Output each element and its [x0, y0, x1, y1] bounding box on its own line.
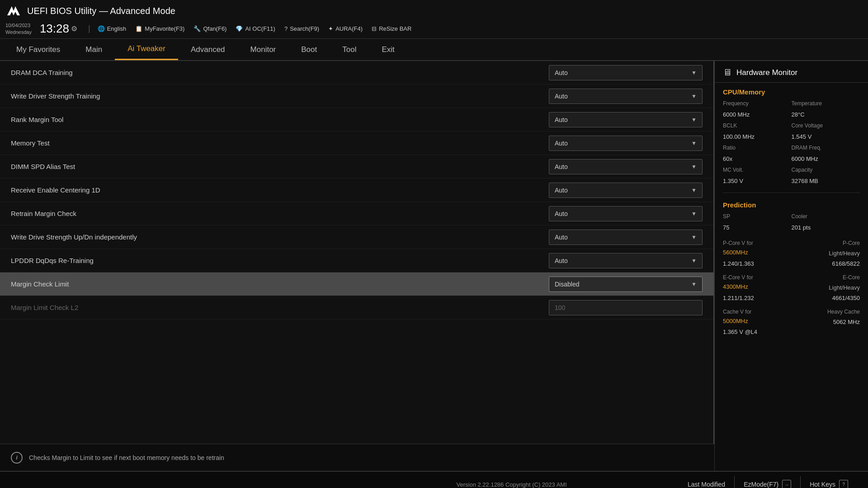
hardware-monitor-panel: 🖥 Hardware Monitor CPU/Memory Frequency …	[714, 61, 868, 471]
receive-enable-centering-control[interactable]: Auto ▼	[549, 183, 703, 198]
rank-margin-tool-control[interactable]: Auto ▼	[549, 112, 703, 127]
info-icon: i	[11, 452, 23, 464]
ecore-block: E-Core V for E-Core 4300MHz Light/Heavy …	[715, 271, 868, 305]
lpddr-dqdqs-value: Auto	[555, 257, 568, 264]
capacity-label: Capacity	[792, 166, 860, 174]
nav-exit[interactable]: Exit	[369, 40, 407, 60]
prediction-section-title: Prediction	[715, 196, 868, 212]
ez-mode-label: EzMode(F7)	[744, 481, 778, 488]
main-layout: DRAM DCA Training Auto ▼ Write Driver St…	[0, 61, 868, 471]
title-bar: UEFI BIOS Utility — Advanced Mode	[5, 0, 863, 20]
write-driver-strength-dropdown[interactable]: Auto ▼	[549, 89, 703, 104]
qfan-label: Qfan(F6)	[203, 25, 226, 32]
nav-my-favorites[interactable]: My Favorites	[4, 40, 73, 60]
hot-keys-button[interactable]: Hot Keys ?	[800, 476, 857, 488]
dram-dca-training-dropdown[interactable]: Auto ▼	[549, 65, 703, 80]
ez-mode-button[interactable]: EzMode(F7) →	[734, 476, 800, 488]
core-voltage-value: 1.545 V	[792, 132, 860, 141]
write-driver-strength-value: Auto	[555, 93, 568, 100]
pcore-v-for-label: P-Core V for	[723, 239, 753, 247]
language-button[interactable]: 🌐 English	[93, 24, 131, 33]
info-text: Checks Margin to Limit to see if next bo…	[29, 454, 224, 461]
resize-bar-button[interactable]: ⊟ ReSize BAR	[367, 24, 416, 33]
dropdown-arrow-icon: ▼	[691, 281, 697, 287]
rank-margin-tool-dropdown[interactable]: Auto ▼	[549, 112, 703, 127]
app-title: UEFI BIOS Utility — Advanced Mode	[27, 6, 175, 16]
memory-test-control[interactable]: Auto ▼	[549, 136, 703, 151]
lpddr-dqdqs-control[interactable]: Auto ▼	[549, 253, 703, 268]
row-rank-margin-tool[interactable]: Rank Margin Tool Auto ▼	[0, 108, 713, 131]
qfan-icon: 🔧	[193, 25, 201, 32]
write-driver-strength-control[interactable]: Auto ▼	[549, 89, 703, 104]
row-margin-check-limit[interactable]: Margin Check Limit Disabled ▼	[0, 272, 713, 296]
row-dimm-spd-alias[interactable]: DIMM SPD Alias Test Auto ▼	[0, 155, 713, 178]
ai-oc-button[interactable]: 💎 AI OC(F11)	[231, 24, 279, 33]
write-drive-strength-label: Write Drive Strength Up/Dn independently	[11, 233, 549, 241]
dropdown-arrow-icon: ▼	[691, 164, 697, 170]
asus-logo-icon	[5, 3, 22, 19]
cooler-value: 201 pts	[792, 223, 860, 232]
row-write-drive-strength[interactable]: Write Drive Strength Up/Dn independently…	[0, 225, 713, 249]
dram-freq-label: DRAM Freq.	[792, 144, 860, 152]
date-display: 10/04/2023	[5, 22, 32, 28]
receive-enable-centering-value: Auto	[555, 187, 568, 194]
svg-marker-1	[7, 6, 20, 15]
rank-margin-tool-label: Rank Margin Tool	[11, 116, 549, 123]
dropdown-arrow-icon: ▼	[691, 187, 697, 193]
hw-monitor-header: 🖥 Hardware Monitor	[715, 61, 868, 83]
nav-monitor[interactable]: Monitor	[238, 40, 289, 60]
row-write-driver-strength[interactable]: Write Driver Strength Training Auto ▼	[0, 84, 713, 108]
lpddr-dqdqs-dropdown[interactable]: Auto ▼	[549, 253, 703, 268]
temperature-value: 28°C	[792, 110, 860, 119]
clock-display: 13:28	[40, 22, 69, 36]
sp-value: 75	[723, 223, 792, 232]
margin-check-limit-dropdown[interactable]: Disabled ▼	[549, 277, 703, 292]
dimm-spd-alias-dropdown[interactable]: Auto ▼	[549, 159, 703, 174]
last-modified-button[interactable]: Last Modified	[679, 477, 734, 488]
settings-panel[interactable]: DRAM DCA Training Auto ▼ Write Driver St…	[0, 61, 714, 444]
dimm-spd-alias-value: Auto	[555, 163, 568, 170]
myfavorite-button[interactable]: 📋 MyFavorite(F3)	[131, 24, 189, 33]
nav-ai-tweaker[interactable]: Ai Tweaker	[115, 39, 178, 60]
dram-freq-value: 6000 MHz	[792, 155, 860, 163]
cpu-memory-grid: Frequency Temperature 6000 MHz 28°C BCLK…	[715, 99, 868, 190]
row-lpddr-dqdqs[interactable]: LPDDR DqDqs Re-Training Auto ▼	[0, 249, 713, 272]
retrain-margin-check-control[interactable]: Auto ▼	[549, 206, 703, 221]
nav-tool[interactable]: Tool	[330, 40, 369, 60]
bios-header: UEFI BIOS Utility — Advanced Mode 10/04/…	[0, 0, 868, 39]
receive-enable-centering-dropdown[interactable]: Auto ▼	[549, 183, 703, 198]
memory-test-dropdown[interactable]: Auto ▼	[549, 136, 703, 151]
sp-label: SP	[723, 212, 792, 221]
ratio-value: 60x	[723, 155, 792, 163]
dram-dca-training-control[interactable]: Auto ▼	[549, 65, 703, 80]
settings-container: DRAM DCA Training Auto ▼ Write Driver St…	[0, 61, 714, 471]
footer-version: Version 2.22.1286 Copyright (C) 2023 AMI	[344, 481, 678, 488]
row-dram-dca-training[interactable]: DRAM DCA Training Auto ▼	[0, 61, 713, 84]
cooler-label: Cooler	[792, 212, 860, 221]
nav-main[interactable]: Main	[73, 40, 115, 60]
hot-keys-icon: ?	[839, 480, 848, 488]
row-memory-test[interactable]: Memory Test Auto ▼	[0, 131, 713, 155]
nav-boot[interactable]: Boot	[288, 40, 330, 60]
aura-button[interactable]: ✦ AURA(F4)	[324, 24, 367, 33]
bclk-label: BCLK	[723, 122, 792, 130]
qfan-button[interactable]: 🔧 Qfan(F6)	[189, 24, 231, 33]
dimm-spd-alias-control[interactable]: Auto ▼	[549, 159, 703, 174]
margin-limit-check-l2-input	[549, 300, 703, 315]
frequency-label: Frequency	[723, 99, 792, 108]
search-button[interactable]: ? Search(F9)	[280, 24, 324, 33]
nav-advanced[interactable]: Advanced	[178, 40, 238, 60]
dropdown-arrow-icon: ▼	[691, 211, 697, 217]
lpddr-dqdqs-label: LPDDR DqDqs Re-Training	[11, 257, 549, 264]
write-drive-strength-control[interactable]: Auto ▼	[549, 230, 703, 245]
row-receive-enable-centering[interactable]: Receive Enable Centering 1D Auto ▼	[0, 178, 713, 202]
ai-oc-label: AI OC(F11)	[245, 25, 275, 32]
rank-margin-tool-value: Auto	[555, 116, 568, 123]
retrain-margin-check-dropdown[interactable]: Auto ▼	[549, 206, 703, 221]
write-drive-strength-dropdown[interactable]: Auto ▼	[549, 230, 703, 245]
pcore-volt-range: 1.240/1.363	[723, 259, 754, 268]
row-retrain-margin-check[interactable]: Retrain Margin Check Auto ▼	[0, 202, 713, 225]
margin-check-limit-control[interactable]: Disabled ▼	[549, 277, 703, 292]
dimm-spd-alias-label: DIMM SPD Alias Test	[11, 163, 549, 170]
dropdown-arrow-icon: ▼	[691, 234, 697, 240]
